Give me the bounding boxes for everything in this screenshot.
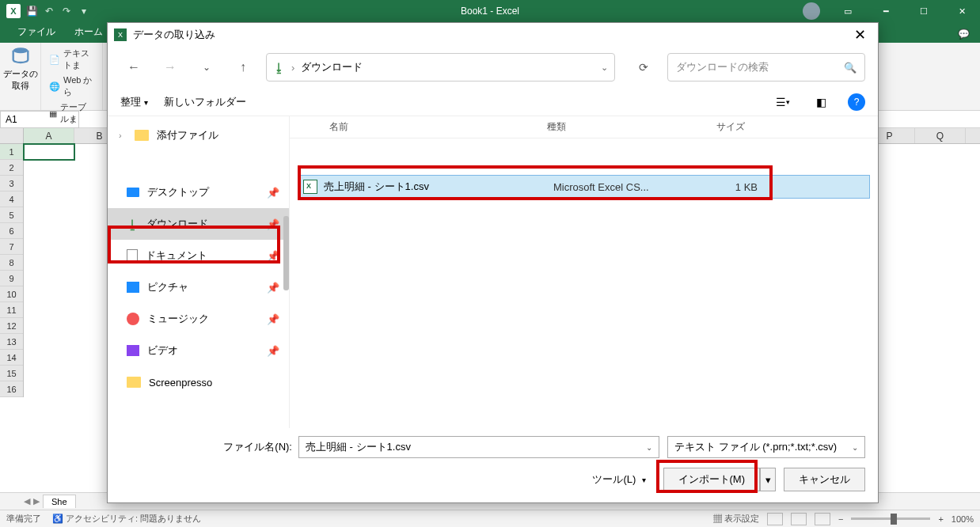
path-combo[interactable]: ⭳ › ダウンロード ⌄ xyxy=(266,53,615,82)
filename-combo[interactable]: 売上明細 - シート1.csv ⌄ xyxy=(298,436,659,458)
save-icon[interactable]: 💾 xyxy=(25,5,38,17)
chevron-down-icon[interactable]: ⌄ xyxy=(852,443,858,452)
nav-up-icon[interactable]: ↑ xyxy=(230,54,256,81)
excel-title-bar: X 💾 ↶ ↷ ▾ Book1 - Excel ▭ ━ ☐ ✕ xyxy=(0,0,980,22)
import-split-arrow[interactable]: ▾ xyxy=(760,468,776,491)
sidebar-item-attachments[interactable]: › 添付ファイル xyxy=(108,119,289,151)
chevron-right-icon[interactable]: › xyxy=(119,131,127,140)
sidebar-item-pictures[interactable]: ピクチャ 📌 xyxy=(108,271,289,303)
maximize-button[interactable]: ☐ xyxy=(906,0,942,22)
zoom-slider[interactable] xyxy=(851,518,930,520)
new-folder-button[interactable]: 新しいフォルダー xyxy=(164,95,246,109)
sidebar-item-desktop[interactable]: デスクトップ 📌 xyxy=(108,176,289,208)
excel-icon: X xyxy=(114,28,127,41)
pin-icon[interactable]: 📌 xyxy=(267,218,279,230)
document-icon xyxy=(127,249,138,262)
preview-pane-icon[interactable]: ◧ xyxy=(810,91,832,113)
search-placeholder: ダウンロードの検索 xyxy=(676,60,769,74)
import-button[interactable]: インポート(M) xyxy=(663,468,761,491)
minimize-button[interactable]: ━ xyxy=(868,0,904,22)
search-input[interactable]: ダウンロードの検索 🔍 xyxy=(667,53,865,82)
pin-icon[interactable]: 📌 xyxy=(267,250,279,262)
nav-back-icon[interactable]: ← xyxy=(120,54,147,81)
dialog-toolbar: 整理 ▾ 新しいフォルダー ☰ ▾ ◧ ? xyxy=(108,88,878,116)
sheet-nav-next-icon[interactable]: ▶ xyxy=(33,496,40,506)
file-list-area: 名前 種類 サイズ 売上明細 - シート1.csv Microsoft Exce… xyxy=(290,116,878,428)
chevron-down-icon[interactable]: ⌄ xyxy=(646,443,652,452)
row-headers: 1 2345678910111213141516 xyxy=(0,144,24,397)
pin-icon[interactable]: 📌 xyxy=(267,187,279,199)
col-size-header[interactable]: サイズ xyxy=(682,120,761,134)
svg-point-0 xyxy=(13,47,28,53)
zoom-level[interactable]: 100% xyxy=(952,514,974,524)
from-text-csv-button[interactable]: 📄テキストま xyxy=(46,46,97,73)
chevron-down-icon[interactable]: ⌄ xyxy=(601,63,608,73)
col-name-header[interactable]: 名前 xyxy=(290,120,547,134)
file-list-header: 名前 種類 サイズ xyxy=(290,116,878,138)
nav-forward-icon[interactable]: → xyxy=(157,54,184,81)
sidebar-item-downloads[interactable]: ⭳ ダウンロード 📌 xyxy=(108,208,289,240)
col-type-header[interactable]: 種類 xyxy=(547,120,682,134)
dialog-nav-bar: ← → ⌄ ↑ ⭳ › ダウンロード ⌄ ⟳ ダウンロードの検索 🔍 xyxy=(108,47,878,88)
qat-dropdown-icon[interactable]: ▾ xyxy=(78,5,90,17)
ribbon-options-icon[interactable]: ▭ xyxy=(830,0,866,22)
pictures-icon xyxy=(127,282,139,293)
dialog-title-bar: X データの取り込み ✕ xyxy=(108,23,878,47)
pin-icon[interactable]: 📌 xyxy=(267,313,279,325)
zoom-in-icon[interactable]: + xyxy=(938,514,943,524)
cell-a1[interactable] xyxy=(24,144,74,160)
folder-icon xyxy=(127,377,141,388)
view-layout-icon[interactable] xyxy=(791,513,807,525)
refresh-icon[interactable]: ⟳ xyxy=(629,53,658,82)
nav-recent-icon[interactable]: ⌄ xyxy=(193,54,220,81)
tools-menu[interactable]: ツール(L) ▾ xyxy=(592,472,645,487)
desktop-icon xyxy=(127,188,139,197)
sidebar-scrollbar[interactable] xyxy=(283,216,289,290)
pin-icon[interactable]: 📌 xyxy=(267,345,279,357)
dialog-close-button[interactable]: ✕ xyxy=(848,26,872,44)
comments-icon[interactable]: 💬 xyxy=(953,25,974,43)
redo-icon[interactable]: ↷ xyxy=(60,5,73,17)
excel-app-icon: X xyxy=(6,4,21,18)
tab-file[interactable]: ファイル xyxy=(8,21,65,43)
view-pagebreak-icon[interactable] xyxy=(815,513,830,525)
ribbon-group-get-data: データの 取得 xyxy=(0,43,41,110)
undo-icon[interactable]: ↶ xyxy=(43,5,55,17)
file-row-csv[interactable]: 売上明細 - シート1.csv Microsoft Excel CS... 1 … xyxy=(298,175,870,199)
user-avatar-icon[interactable] xyxy=(803,2,820,20)
status-bar: 準備完了 ♿ アクセシビリティ: 問題ありません ▦ 表示設定 − + 100% xyxy=(0,510,980,527)
sidebar-item-music[interactable]: ミュージック 📌 xyxy=(108,303,289,335)
sidebar-item-videos[interactable]: ビデオ 📌 xyxy=(108,335,289,366)
organize-menu[interactable]: 整理 ▾ xyxy=(120,95,148,109)
name-box[interactable]: A1 ▾ xyxy=(0,111,79,128)
filename-value: 売上明細 - シート1.csv xyxy=(306,440,411,454)
zoom-out-icon[interactable]: − xyxy=(838,514,843,524)
cancel-button[interactable]: キャンセル xyxy=(784,468,865,491)
select-all-corner[interactable] xyxy=(0,128,24,143)
close-button[interactable]: ✕ xyxy=(944,0,980,22)
col-header-a[interactable]: A xyxy=(24,128,74,143)
dialog-sidebar: › 添付ファイル デスクトップ 📌 ⭳ ダウンロード 📌 ドキュメント 📌 xyxy=(108,116,290,428)
file-filter-combo[interactable]: テキスト ファイル (*.prn;*.txt;*.csv) ⌄ xyxy=(667,436,865,458)
tab-home[interactable]: ホーム xyxy=(65,21,112,43)
csv-file-icon xyxy=(303,180,317,194)
pin-icon[interactable]: 📌 xyxy=(267,282,279,294)
name-box-value: A1 xyxy=(6,114,17,125)
chevron-down-icon[interactable]: ▾ xyxy=(71,116,75,123)
accessibility-status: ♿ アクセシビリティ: 問題ありません xyxy=(52,513,201,525)
from-web-button[interactable]: 🌐Web から xyxy=(46,73,97,100)
row-header-1[interactable]: 1 xyxy=(0,144,23,160)
get-data-label[interactable]: データの 取得 xyxy=(3,68,38,92)
view-menu-icon[interactable]: ☰ ▾ xyxy=(772,91,794,113)
download-icon: ⭳ xyxy=(273,61,285,74)
sidebar-item-screenpresso[interactable]: Screenpresso xyxy=(108,366,289,398)
help-icon[interactable]: ? xyxy=(848,93,865,111)
sheet-nav-prev-icon[interactable]: ◀ xyxy=(24,496,30,506)
database-icon xyxy=(9,46,32,68)
path-current: ダウンロード xyxy=(301,60,363,74)
col-header-q[interactable]: Q xyxy=(915,128,966,143)
sheet-tab[interactable]: She xyxy=(43,495,76,508)
sidebar-item-documents[interactable]: ドキュメント 📌 xyxy=(108,240,289,271)
view-normal-icon[interactable] xyxy=(767,513,783,525)
display-settings[interactable]: ▦ 表示設定 xyxy=(713,513,759,525)
